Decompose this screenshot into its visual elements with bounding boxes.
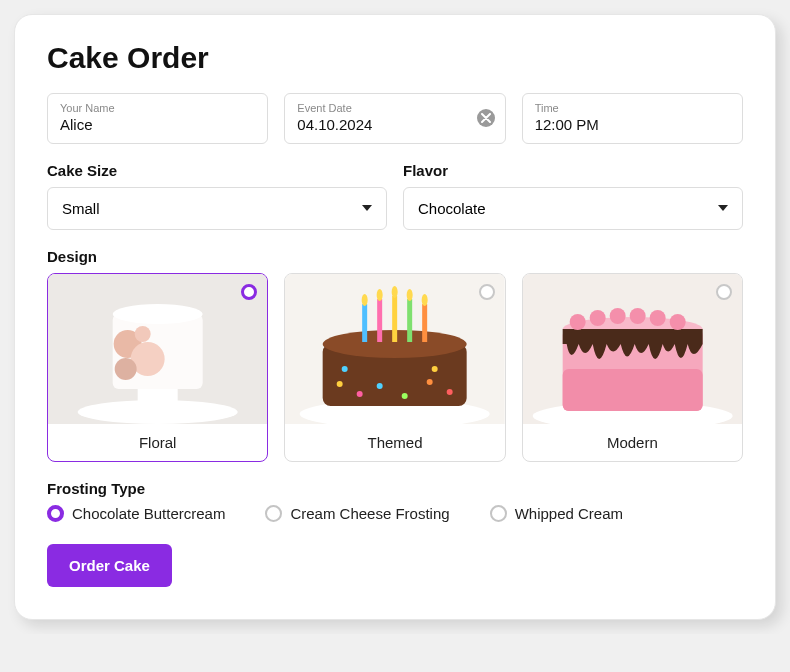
- date-field-value: 04.10.2024: [297, 115, 492, 135]
- svg-point-41: [669, 314, 685, 330]
- svg-point-37: [589, 310, 605, 326]
- design-options: Floral: [47, 273, 743, 462]
- time-field-label: Time: [535, 102, 730, 114]
- design-option-themed[interactable]: Themed: [284, 273, 505, 462]
- date-field[interactable]: Event Date 04.10.2024: [284, 93, 505, 144]
- design-option-label: Modern: [523, 424, 742, 461]
- clear-date-button[interactable]: [477, 109, 495, 127]
- name-field[interactable]: Your Name Alice: [47, 93, 268, 144]
- cake-size-block: Cake Size Small: [47, 144, 387, 230]
- frosting-options: Chocolate Buttercream Cream Cheese Frost…: [47, 505, 743, 522]
- flavor-label: Flavor: [403, 162, 743, 179]
- svg-point-13: [337, 381, 343, 387]
- design-image-themed: [285, 274, 504, 424]
- svg-point-30: [422, 294, 428, 306]
- frosting-option-label: Cream Cheese Frosting: [290, 505, 449, 522]
- svg-point-26: [362, 294, 368, 306]
- order-cake-button[interactable]: Order Cake: [47, 544, 172, 587]
- svg-point-39: [629, 308, 645, 324]
- svg-point-18: [447, 389, 453, 395]
- name-field-label: Your Name: [60, 102, 255, 114]
- flavor-select[interactable]: Chocolate: [403, 187, 743, 230]
- radio-icon: [490, 505, 507, 522]
- frosting-label: Frosting Type: [47, 480, 743, 497]
- chevron-down-icon: [362, 205, 372, 211]
- flavor-block: Flavor Chocolate: [403, 144, 743, 230]
- svg-point-36: [569, 314, 585, 330]
- svg-point-14: [357, 391, 363, 397]
- design-option-label: Themed: [285, 424, 504, 461]
- svg-rect-34: [562, 369, 702, 411]
- chevron-down-icon: [718, 205, 728, 211]
- svg-point-29: [407, 289, 413, 301]
- frosting-option-label: Chocolate Buttercream: [72, 505, 225, 522]
- design-option-label: Floral: [48, 424, 267, 461]
- frosting-option-label: Whipped Cream: [515, 505, 623, 522]
- cake-size-select[interactable]: Small: [47, 187, 387, 230]
- select-row: Cake Size Small Flavor Chocolate: [47, 144, 743, 230]
- design-radio-modern: [716, 284, 732, 300]
- radio-icon: [47, 505, 64, 522]
- frosting-option-whipped-cream[interactable]: Whipped Cream: [490, 505, 623, 522]
- flavor-value: Chocolate: [418, 200, 486, 217]
- svg-point-17: [427, 379, 433, 385]
- close-icon: [481, 113, 491, 123]
- design-option-modern[interactable]: Modern: [522, 273, 743, 462]
- cake-size-value: Small: [62, 200, 100, 217]
- svg-point-40: [649, 310, 665, 326]
- design-option-floral[interactable]: Floral: [47, 273, 268, 462]
- frosting-option-chocolate-buttercream[interactable]: Chocolate Buttercream: [47, 505, 225, 522]
- svg-point-7: [115, 358, 137, 380]
- svg-point-16: [402, 393, 408, 399]
- top-fields-row: Your Name Alice Event Date 04.10.2024 Ti…: [47, 93, 743, 144]
- time-field[interactable]: Time 12:00 PM: [522, 93, 743, 144]
- svg-point-27: [377, 289, 383, 301]
- svg-point-38: [609, 308, 625, 324]
- design-radio-floral: [241, 284, 257, 300]
- order-form-card: Cake Order Your Name Alice Event Date 04…: [14, 14, 776, 620]
- cake-size-label: Cake Size: [47, 162, 387, 179]
- frosting-option-cream-cheese[interactable]: Cream Cheese Frosting: [265, 505, 449, 522]
- svg-point-15: [377, 383, 383, 389]
- time-field-value: 12:00 PM: [535, 115, 730, 135]
- design-image-floral: [48, 274, 267, 424]
- svg-point-4: [113, 304, 203, 324]
- design-label: Design: [47, 248, 743, 265]
- date-field-label: Event Date: [297, 102, 492, 114]
- svg-point-8: [135, 326, 151, 342]
- radio-icon: [265, 505, 282, 522]
- svg-point-20: [432, 366, 438, 372]
- svg-point-19: [342, 366, 348, 372]
- design-image-modern: [523, 274, 742, 424]
- name-field-value: Alice: [60, 115, 255, 135]
- page-title: Cake Order: [47, 41, 743, 75]
- svg-point-28: [392, 286, 398, 298]
- design-radio-themed: [479, 284, 495, 300]
